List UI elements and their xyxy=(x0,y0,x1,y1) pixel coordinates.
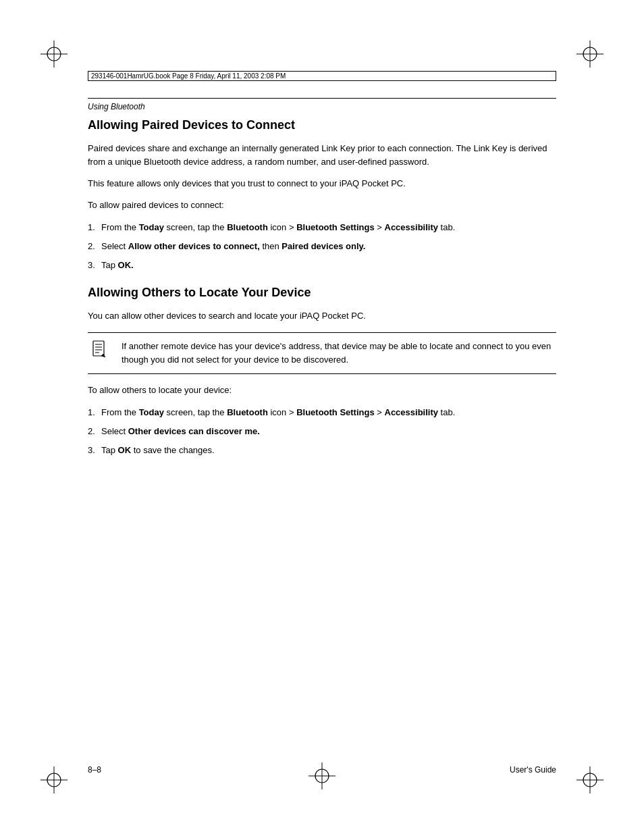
svg-marker-20 xyxy=(101,354,105,357)
footer-guide-title: User's Guide xyxy=(510,765,556,775)
corner-mark-bl xyxy=(41,766,68,793)
page-header: Using Bluetooth xyxy=(88,98,556,112)
bold-text: Accessibility xyxy=(385,222,439,232)
footer-page-number: 8–8 xyxy=(88,765,101,775)
section1-paragraph2: This feature allows only devices that yo… xyxy=(88,177,556,190)
note-text: If another remote device has your device… xyxy=(122,340,556,367)
bold-text: Accessibility xyxy=(385,407,439,417)
step-number: 3. xyxy=(88,444,95,457)
list-item: 1. From the Today screen, tap the Blueto… xyxy=(88,406,556,419)
section2-heading: Allowing Others to Locate Your Device xyxy=(88,286,556,300)
svg-rect-15 xyxy=(93,341,104,356)
section1-heading: Allowing Paired Devices to Connect xyxy=(88,118,556,132)
section1-steps: 1. From the Today screen, tap the Blueto… xyxy=(88,221,556,272)
bold-text: Today xyxy=(139,407,164,417)
bold-text: Today xyxy=(139,222,164,232)
step-number: 2. xyxy=(88,240,95,253)
bold-text: Allow other devices to connect, xyxy=(128,241,260,251)
list-item: 3. Tap OK. xyxy=(88,259,556,272)
bold-text: OK. xyxy=(118,260,134,270)
step-number: 3. xyxy=(88,259,95,272)
bold-text: Bluetooth Settings xyxy=(296,407,375,417)
page: 293146-001HamrUG.book Page 8 Friday, Apr… xyxy=(0,0,644,834)
list-item: 3. Tap OK to save the changes. xyxy=(88,444,556,457)
header-title: Using Bluetooth xyxy=(88,102,145,111)
section1-intro: To allow paired devices to connect: xyxy=(88,199,556,212)
corner-mark-br xyxy=(576,766,603,793)
file-info-bar: 293146-001HamrUG.book Page 8 Friday, Apr… xyxy=(88,71,556,81)
section1-paragraph1: Paired devices share and exchange an int… xyxy=(88,142,556,169)
note-box: If another remote device has your device… xyxy=(88,332,556,374)
step-number: 1. xyxy=(88,406,95,419)
section2-intro: To allow others to locate your device: xyxy=(88,384,556,397)
page-footer: 8–8 User's Guide xyxy=(88,765,556,775)
note-icon xyxy=(88,338,111,362)
step-number: 2. xyxy=(88,425,95,438)
bold-text: OK xyxy=(118,445,132,455)
bold-text: Other devices can discover me. xyxy=(128,426,260,436)
header-rule xyxy=(88,98,556,99)
bold-text: Bluetooth xyxy=(227,407,268,417)
bold-text: Bluetooth xyxy=(227,222,268,232)
list-item: 1. From the Today screen, tap the Blueto… xyxy=(88,221,556,234)
list-item: 2. Select Other devices can discover me. xyxy=(88,425,556,438)
step-number: 1. xyxy=(88,221,95,234)
list-item: 2. Select Allow other devices to connect… xyxy=(88,240,556,253)
bold-text: Paired devices only. xyxy=(281,241,365,251)
section2-paragraph1: You can allow other devices to search an… xyxy=(88,309,556,323)
section2-steps: 1. From the Today screen, tap the Blueto… xyxy=(88,406,556,457)
corner-mark-tr xyxy=(576,41,603,68)
corner-mark-tl xyxy=(41,41,68,68)
main-content: Allowing Paired Devices to Connect Paire… xyxy=(88,118,556,753)
bold-text: Bluetooth Settings xyxy=(296,222,375,232)
